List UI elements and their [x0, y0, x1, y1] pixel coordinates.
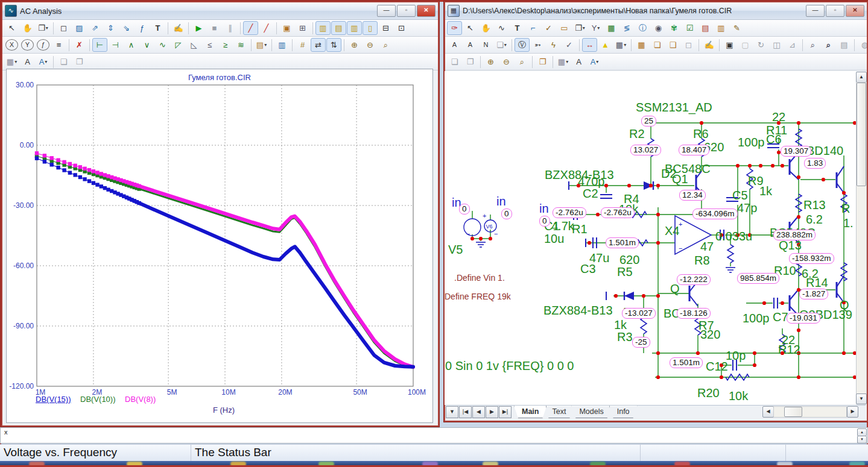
minimize-button[interactable]: — — [377, 5, 396, 17]
doc-edit-icon[interactable]: ▤ — [698, 21, 713, 35]
info-icon[interactable]: ⓘ — [635, 21, 650, 35]
find-icon[interactable]: ⌕ — [821, 38, 836, 52]
chart-plot[interactable]: 30.000.00-30.00-60.00-90.00-120.001M2M5M… — [7, 69, 432, 422]
minimize-button[interactable]: — — [806, 5, 825, 17]
formula-icon[interactable]: ƒ — [135, 21, 150, 35]
select-area-icon[interactable]: ◻ — [681, 38, 696, 52]
help-point-icon[interactable]: ◉ — [651, 21, 666, 35]
value-tag-icon[interactable]: # — [295, 38, 310, 52]
grid-dropdown-icon[interactable]: ▦ — [556, 55, 571, 69]
page-view-icon[interactable]: ❐ — [535, 55, 550, 69]
align-cursors-icon[interactable]: ≡ — [51, 38, 66, 52]
diag-wire-icon[interactable]: ✓ — [541, 21, 556, 35]
bring-front-icon[interactable]: ❏ — [56, 55, 71, 69]
cursor-mode-left-icon[interactable]: ╱ — [243, 21, 258, 35]
text-mini-pane[interactable]: x — [0, 427, 868, 443]
low-icon[interactable]: ◺ — [186, 38, 201, 52]
zoom-100-icon[interactable]: ⌕ — [378, 38, 393, 52]
scale-y-icon[interactable]: ⇕ — [103, 21, 118, 35]
find-part-icon[interactable]: ⌕ — [805, 38, 820, 52]
text-icon[interactable]: T — [510, 21, 525, 35]
copy-back-icon[interactable]: ❐ — [463, 55, 478, 69]
warning-icon[interactable]: ▲ — [598, 38, 613, 52]
cursor-mode-right-icon[interactable]: ╱ — [259, 21, 274, 35]
peak-icon[interactable]: ∧ — [124, 38, 139, 52]
doc-list-icon[interactable]: ▥ — [714, 21, 729, 35]
grid-dropdown-icon[interactable]: ▦ — [4, 55, 19, 69]
shape-icon[interactable]: ❐ — [572, 21, 588, 35]
notes-icon[interactable]: ▤ — [837, 38, 852, 52]
page-tab[interactable]: Info — [609, 406, 638, 418]
hscroll-thumb[interactable] — [784, 407, 802, 417]
component-pen-icon[interactable]: ✑ — [447, 21, 462, 35]
scope-lines-icon[interactable]: ▥ — [347, 21, 362, 35]
legend-item[interactable]: DB(V(10)) — [80, 395, 116, 404]
rotate-icon[interactable]: ↻ — [753, 38, 768, 52]
stop-icon[interactable]: ■ — [207, 21, 222, 35]
page-tab[interactable]: Text — [544, 406, 574, 418]
flow-chart-icon[interactable]: Y — [588, 21, 603, 35]
last-page-button[interactable]: ▶| — [499, 406, 512, 418]
y-axis-icon[interactable]: Y — [21, 39, 34, 51]
zoom-out-icon[interactable]: ⊖ — [499, 55, 514, 69]
pin-connection-icon[interactable]: ↔ — [582, 38, 597, 52]
zoom-region-icon[interactable]: ▨ — [72, 21, 87, 35]
scope-ruler-icon[interactable]: ▤ — [331, 21, 346, 35]
title-block-icon[interactable]: ❏ — [650, 38, 665, 52]
node-voltage-icon[interactable]: Ⓥ — [515, 38, 530, 52]
scope-bounds-icon[interactable]: ▯ — [363, 21, 378, 35]
collapse-icon[interactable]: ⊟ — [378, 21, 393, 35]
flip-v-icon[interactable]: ⊿ — [785, 38, 800, 52]
global-icon[interactable]: ≋ — [233, 38, 249, 52]
bus-icon[interactable]: ▭ — [557, 21, 572, 35]
clear-accumulated-icon[interactable]: ✗ — [72, 38, 87, 52]
select-icon[interactable]: ↖ — [463, 21, 478, 35]
numeric-output-icon[interactable]: ▥ — [274, 38, 290, 52]
pin-condition-icon[interactable]: ✓ — [562, 38, 577, 52]
prev-page-button[interactable]: ◀ — [472, 406, 485, 418]
font-color-icon[interactable]: A — [36, 55, 51, 69]
x-axis-icon[interactable]: X — [5, 39, 18, 51]
vscroll-up-button[interactable]: ▲ — [856, 72, 867, 83]
first-page-button[interactable]: |◀ — [459, 406, 472, 418]
send-back-icon[interactable]: ❐ — [72, 55, 87, 69]
font-icon[interactable]: A — [20, 55, 35, 69]
legend-item[interactable]: DB(V(15)) — [36, 395, 71, 404]
window-mode-icon[interactable]: ❐ — [36, 21, 51, 35]
node-numbers-icon[interactable]: N — [478, 38, 493, 52]
next-page-button[interactable]: ▶ — [486, 406, 498, 418]
attr-text-icon[interactable]: A — [447, 38, 462, 52]
horizontal-tag-icon[interactable]: ⇄ — [311, 38, 326, 52]
vscroll-thumb[interactable] — [857, 83, 866, 186]
scope-tokens-icon[interactable]: ▥ — [315, 21, 331, 35]
font-icon[interactable]: A — [571, 55, 586, 69]
scale-graph-icon[interactable]: ⇗ — [87, 21, 103, 35]
grid-icon[interactable]: ▦ — [613, 38, 629, 52]
page-tab[interactable]: Main — [514, 406, 546, 418]
ac-analysis-titlebar[interactable]: ∿ AC Analysis — ▫ ✕ — [2, 2, 438, 20]
pause-icon[interactable]: ∥ — [223, 21, 238, 35]
doc-wand-icon[interactable]: ✎ — [729, 21, 744, 35]
next-left-icon[interactable]: ⊢ — [92, 38, 107, 52]
page-tab[interactable]: Models — [571, 406, 611, 418]
valley-icon[interactable]: ∨ — [139, 38, 154, 52]
blank-icon[interactable]: ▢ — [738, 38, 753, 52]
tab-menu-button[interactable]: ▼ — [446, 406, 458, 418]
sheet-icon[interactable]: ❑ — [665, 38, 680, 52]
vscroll-down-button[interactable]: ▼ — [856, 393, 867, 404]
legend-item[interactable]: DB(V(8)) — [125, 395, 156, 404]
text-tool-icon[interactable]: T — [150, 21, 165, 35]
next-right-icon[interactable]: ⊣ — [108, 38, 123, 52]
analysis-icon[interactable]: ≶ — [619, 21, 635, 35]
maximize-button[interactable]: ▫ — [397, 5, 416, 17]
maximize-button[interactable]: ▫ — [826, 5, 844, 17]
step-icon[interactable]: ◍ — [857, 38, 867, 52]
hscroll-right-button[interactable]: ▶ — [847, 406, 858, 418]
close-button[interactable]: ✕ — [417, 5, 436, 17]
flip-h-icon[interactable]: ◫ — [769, 38, 784, 52]
run-icon[interactable]: ▶ — [191, 21, 206, 35]
scale-xy-icon[interactable]: ⇘ — [119, 21, 134, 35]
minipane-down-button[interactable]: ▼ — [857, 436, 867, 443]
current-probe-icon[interactable]: ➳ — [530, 38, 545, 52]
close-button[interactable]: ✕ — [846, 5, 864, 17]
